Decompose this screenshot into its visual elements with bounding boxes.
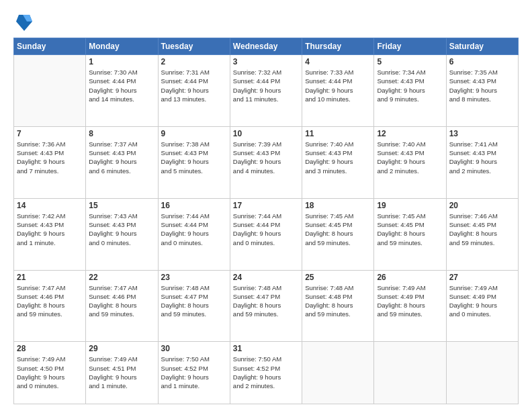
day-number: 5 xyxy=(377,57,443,66)
cell-content: Sunrise: 7:47 AM Sunset: 4:46 PM Dayligh… xyxy=(89,283,154,319)
day-number: 21 xyxy=(17,273,83,282)
cell-content: Sunrise: 7:39 AM Sunset: 4:43 PM Dayligh… xyxy=(233,140,299,175)
header-friday: Friday xyxy=(374,38,446,55)
table-row: 23Sunrise: 7:48 AM Sunset: 4:47 PM Dayli… xyxy=(158,270,230,342)
table-row xyxy=(374,342,446,404)
table-row: 6Sunrise: 7:35 AM Sunset: 4:43 PM Daylig… xyxy=(446,55,518,127)
table-row: 25Sunrise: 7:48 AM Sunset: 4:48 PM Dayli… xyxy=(302,270,374,342)
calendar-table: SundayMondayTuesdayWednesdayThursdayFrid… xyxy=(13,38,519,404)
day-number: 14 xyxy=(17,201,83,210)
table-row: 30Sunrise: 7:50 AM Sunset: 4:52 PM Dayli… xyxy=(158,342,230,404)
table-row: 2Sunrise: 7:31 AM Sunset: 4:44 PM Daylig… xyxy=(158,55,230,127)
calendar-header-row: SundayMondayTuesdayWednesdayThursdayFrid… xyxy=(14,38,519,55)
calendar-week-5: 28Sunrise: 7:49 AM Sunset: 4:50 PM Dayli… xyxy=(14,342,519,404)
table-row: 29Sunrise: 7:49 AM Sunset: 4:51 PM Dayli… xyxy=(86,342,158,404)
day-number: 22 xyxy=(89,273,154,282)
day-number: 3 xyxy=(233,57,299,66)
cell-content: Sunrise: 7:36 AM Sunset: 4:43 PM Dayligh… xyxy=(17,140,83,175)
table-row: 3Sunrise: 7:32 AM Sunset: 4:44 PM Daylig… xyxy=(230,55,302,127)
day-number: 24 xyxy=(233,273,299,282)
cell-content: Sunrise: 7:49 AM Sunset: 4:51 PM Dayligh… xyxy=(89,355,154,390)
table-row: 24Sunrise: 7:48 AM Sunset: 4:47 PM Dayli… xyxy=(230,270,302,342)
table-row: 16Sunrise: 7:44 AM Sunset: 4:44 PM Dayli… xyxy=(158,198,230,270)
header-wednesday: Wednesday xyxy=(230,38,302,55)
day-number: 7 xyxy=(17,129,83,138)
table-row: 11Sunrise: 7:40 AM Sunset: 4:43 PM Dayli… xyxy=(302,126,374,198)
cell-content: Sunrise: 7:37 AM Sunset: 4:43 PM Dayligh… xyxy=(89,140,154,175)
header-monday: Monday xyxy=(86,38,158,55)
table-row: 17Sunrise: 7:44 AM Sunset: 4:44 PM Dayli… xyxy=(230,198,302,270)
day-number: 1 xyxy=(89,57,154,66)
day-number: 10 xyxy=(233,129,299,138)
table-row: 14Sunrise: 7:42 AM Sunset: 4:43 PM Dayli… xyxy=(14,198,86,270)
day-number: 9 xyxy=(161,129,227,138)
table-row: 15Sunrise: 7:43 AM Sunset: 4:43 PM Dayli… xyxy=(86,198,158,270)
day-number: 20 xyxy=(449,201,515,210)
cell-content: Sunrise: 7:42 AM Sunset: 4:43 PM Dayligh… xyxy=(17,212,83,247)
day-number: 6 xyxy=(449,57,515,66)
day-number: 15 xyxy=(89,201,154,210)
calendar-week-4: 21Sunrise: 7:47 AM Sunset: 4:46 PM Dayli… xyxy=(14,270,519,342)
logo xyxy=(13,11,32,31)
cell-content: Sunrise: 7:38 AM Sunset: 4:43 PM Dayligh… xyxy=(161,140,227,175)
cell-content: Sunrise: 7:35 AM Sunset: 4:43 PM Dayligh… xyxy=(449,68,515,103)
cell-content: Sunrise: 7:50 AM Sunset: 4:52 PM Dayligh… xyxy=(233,355,299,390)
header-thursday: Thursday xyxy=(302,38,374,55)
table-row: 20Sunrise: 7:46 AM Sunset: 4:45 PM Dayli… xyxy=(446,198,518,270)
calendar-week-1: 1Sunrise: 7:30 AM Sunset: 4:44 PM Daylig… xyxy=(14,55,519,127)
cell-content: Sunrise: 7:46 AM Sunset: 4:45 PM Dayligh… xyxy=(449,212,515,247)
table-row: 26Sunrise: 7:49 AM Sunset: 4:49 PM Dayli… xyxy=(374,270,446,342)
cell-content: Sunrise: 7:50 AM Sunset: 4:52 PM Dayligh… xyxy=(161,355,227,390)
day-number: 13 xyxy=(449,129,515,138)
table-row: 21Sunrise: 7:47 AM Sunset: 4:46 PM Dayli… xyxy=(14,270,86,342)
cell-content: Sunrise: 7:49 AM Sunset: 4:50 PM Dayligh… xyxy=(17,355,83,390)
day-number: 2 xyxy=(161,57,227,66)
cell-content: Sunrise: 7:40 AM Sunset: 4:43 PM Dayligh… xyxy=(305,140,371,175)
day-number: 17 xyxy=(233,201,299,210)
day-number: 31 xyxy=(233,344,299,353)
cell-content: Sunrise: 7:33 AM Sunset: 4:44 PM Dayligh… xyxy=(305,68,371,103)
table-row: 1Sunrise: 7:30 AM Sunset: 4:44 PM Daylig… xyxy=(86,55,158,127)
day-number: 16 xyxy=(161,201,227,210)
day-number: 19 xyxy=(377,201,443,210)
table-row: 8Sunrise: 7:37 AM Sunset: 4:43 PM Daylig… xyxy=(86,126,158,198)
table-row: 19Sunrise: 7:45 AM Sunset: 4:45 PM Dayli… xyxy=(374,198,446,270)
day-number: 4 xyxy=(305,57,371,66)
day-number: 29 xyxy=(89,344,154,353)
table-row: 31Sunrise: 7:50 AM Sunset: 4:52 PM Dayli… xyxy=(230,342,302,404)
table-row: 22Sunrise: 7:47 AM Sunset: 4:46 PM Dayli… xyxy=(86,270,158,342)
table-row: 10Sunrise: 7:39 AM Sunset: 4:43 PM Dayli… xyxy=(230,126,302,198)
table-row: 12Sunrise: 7:40 AM Sunset: 4:43 PM Dayli… xyxy=(374,126,446,198)
day-number: 28 xyxy=(17,344,83,353)
day-number: 12 xyxy=(377,129,443,138)
table-row xyxy=(14,55,86,127)
cell-content: Sunrise: 7:48 AM Sunset: 4:47 PM Dayligh… xyxy=(161,283,227,319)
header-tuesday: Tuesday xyxy=(158,38,230,55)
table-row: 28Sunrise: 7:49 AM Sunset: 4:50 PM Dayli… xyxy=(14,342,86,404)
calendar-week-3: 14Sunrise: 7:42 AM Sunset: 4:43 PM Dayli… xyxy=(14,198,519,270)
cell-content: Sunrise: 7:49 AM Sunset: 4:49 PM Dayligh… xyxy=(449,283,515,319)
table-row: 13Sunrise: 7:41 AM Sunset: 4:43 PM Dayli… xyxy=(446,126,518,198)
table-row xyxy=(302,342,374,404)
cell-content: Sunrise: 7:48 AM Sunset: 4:47 PM Dayligh… xyxy=(233,283,299,319)
table-row: 9Sunrise: 7:38 AM Sunset: 4:43 PM Daylig… xyxy=(158,126,230,198)
cell-content: Sunrise: 7:30 AM Sunset: 4:44 PM Dayligh… xyxy=(89,68,154,103)
cell-content: Sunrise: 7:40 AM Sunset: 4:43 PM Dayligh… xyxy=(377,140,443,175)
header-saturday: Saturday xyxy=(446,38,518,55)
page: SundayMondayTuesdayWednesdayThursdayFrid… xyxy=(0,0,532,411)
cell-content: Sunrise: 7:47 AM Sunset: 4:46 PM Dayligh… xyxy=(17,283,83,319)
table-row: 4Sunrise: 7:33 AM Sunset: 4:44 PM Daylig… xyxy=(302,55,374,127)
day-number: 27 xyxy=(449,273,515,282)
table-row: 7Sunrise: 7:36 AM Sunset: 4:43 PM Daylig… xyxy=(14,126,86,198)
calendar-week-2: 7Sunrise: 7:36 AM Sunset: 4:43 PM Daylig… xyxy=(14,126,519,198)
cell-content: Sunrise: 7:44 AM Sunset: 4:44 PM Dayligh… xyxy=(233,212,299,247)
day-number: 25 xyxy=(305,273,371,282)
table-row: 18Sunrise: 7:45 AM Sunset: 4:45 PM Dayli… xyxy=(302,198,374,270)
cell-content: Sunrise: 7:45 AM Sunset: 4:45 PM Dayligh… xyxy=(377,212,443,247)
logo-icon xyxy=(16,12,32,31)
cell-content: Sunrise: 7:32 AM Sunset: 4:44 PM Dayligh… xyxy=(233,68,299,103)
cell-content: Sunrise: 7:49 AM Sunset: 4:49 PM Dayligh… xyxy=(377,283,443,319)
cell-content: Sunrise: 7:34 AM Sunset: 4:43 PM Dayligh… xyxy=(377,68,443,103)
cell-content: Sunrise: 7:48 AM Sunset: 4:48 PM Dayligh… xyxy=(305,283,371,319)
day-number: 23 xyxy=(161,273,227,282)
